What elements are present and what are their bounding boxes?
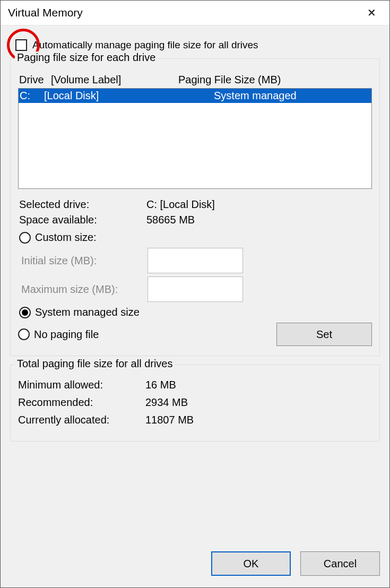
selected-drive-info: Selected drive: C: [Local Disk] Space av… <box>19 198 371 226</box>
system-managed-label: System managed size <box>35 306 140 318</box>
initial-size-label: Initial size (MB): <box>21 255 148 267</box>
group-totals-title: Total paging file size for all drives <box>15 358 175 370</box>
titlebar: Virtual Memory ✕ <box>1 1 389 25</box>
drive-cell-letter: C: <box>19 90 44 102</box>
currently-allocated-label: Currently allocated: <box>18 414 145 426</box>
no-paging-radio[interactable] <box>18 328 30 340</box>
selected-drive-value: C: [Local Disk] <box>146 198 371 211</box>
system-managed-option[interactable]: System managed size <box>19 306 372 318</box>
close-icon: ✕ <box>367 6 376 19</box>
header-paging: Paging File Size (MB) <box>178 74 371 86</box>
group-per-drive: Paging file size for each drive Drive [V… <box>10 58 380 356</box>
system-managed-radio[interactable] <box>19 307 31 318</box>
set-button-label: Set <box>316 328 332 341</box>
space-available-value: 58665 MB <box>146 214 371 226</box>
ok-button[interactable]: OK <box>211 551 291 576</box>
custom-size-option[interactable]: Custom size: <box>19 231 372 244</box>
custom-size-radio[interactable] <box>19 232 31 244</box>
dialog-footer: OK Cancel <box>1 545 389 587</box>
space-available-label: Space available: <box>19 214 146 226</box>
group-per-drive-title: Paging file size for each drive <box>15 51 158 64</box>
recommended-value: 2934 MB <box>145 396 372 409</box>
virtual-memory-dialog: Virtual Memory ✕ Automatically manage pa… <box>0 0 390 588</box>
header-volume: [Volume Label] <box>51 74 178 86</box>
header-drive: Drive <box>19 74 51 86</box>
auto-manage-label: Automatically manage paging file size fo… <box>32 39 258 51</box>
ok-button-label: OK <box>244 558 259 570</box>
no-paging-option[interactable]: No paging file <box>18 328 99 341</box>
maximum-size-input[interactable] <box>148 276 243 302</box>
drive-row[interactable]: C: [Local Disk] System managed <box>19 89 371 103</box>
min-allowed-value: 16 MB <box>145 379 372 391</box>
no-paging-label: No paging file <box>34 328 99 341</box>
drive-list[interactable]: C: [Local Disk] System managed <box>18 88 372 189</box>
auto-manage-checkbox[interactable] <box>15 39 27 51</box>
auto-manage-row: Automatically manage paging file size fo… <box>15 39 380 51</box>
window-title: Virtual Memory <box>8 6 83 19</box>
drive-list-header: Drive [Volume Label] Paging File Size (M… <box>19 74 371 86</box>
min-allowed-label: Minimum allowed: <box>18 379 145 391</box>
set-button[interactable]: Set <box>276 323 372 346</box>
no-paging-and-set-row: No paging file Set <box>18 323 372 346</box>
content-area: Automatically manage paging file size fo… <box>1 25 389 545</box>
drive-cell-volume: [Local Disk] <box>44 90 214 102</box>
initial-size-input[interactable] <box>148 248 243 273</box>
currently-allocated-value: 11807 MB <box>145 414 372 426</box>
cancel-button-label: Cancel <box>324 558 357 570</box>
close-button[interactable]: ✕ <box>361 5 382 21</box>
maximum-size-label: Maximum size (MB): <box>21 283 148 296</box>
custom-size-label: Custom size: <box>35 231 97 244</box>
cancel-button[interactable]: Cancel <box>300 551 380 576</box>
custom-size-inputs: Initial size (MB): Maximum size (MB): <box>21 248 372 302</box>
selected-drive-label: Selected drive: <box>19 198 146 211</box>
drive-cell-paging: System managed <box>214 90 371 102</box>
group-totals: Total paging file size for all drives Mi… <box>10 365 380 442</box>
recommended-label: Recommended: <box>18 396 145 409</box>
